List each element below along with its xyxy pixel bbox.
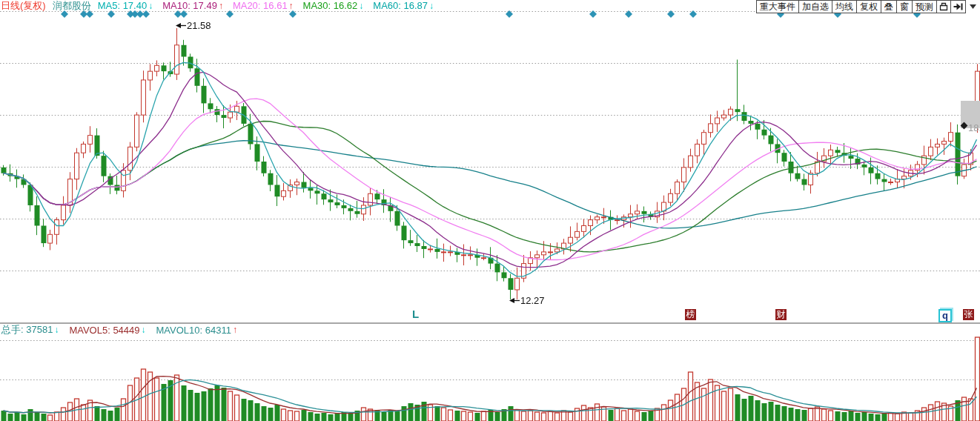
- ma-legend-ma20-value: MA20: 16.61: [233, 0, 288, 11]
- volume-legend-entry-3: MAVOL10: 64311↑: [156, 323, 237, 337]
- up-arrow-icon: ↑: [233, 325, 237, 335]
- ma-legend-ma10: MA10: 17.49↑: [162, 0, 223, 11]
- price-annotation-high-label: 21.58: [187, 20, 211, 31]
- chart-legend: 日线(复权)润都股份MA5: 17.40↓MA10: 17.49↑MA20: 1…: [1, 0, 443, 11]
- event-marker-财[interactable]: 财: [775, 309, 787, 320]
- jump-right-icon[interactable]: [950, 0, 966, 13]
- left-arrow-icon: [509, 296, 520, 305]
- event-marker-q[interactable]: q: [938, 309, 952, 322]
- down-arrow-icon: ↓: [359, 1, 363, 11]
- toolbar-button-2[interactable]: 加自选: [798, 0, 832, 13]
- title-part-1: 日线(复权): [1, 0, 46, 13]
- ma-legend-ma30-value: MA30: 16.62: [303, 0, 358, 11]
- toolbar-button-5[interactable]: 叠: [881, 0, 897, 13]
- toolbar-button-3[interactable]: 均线: [832, 0, 857, 13]
- volume-legend-entry-1: 总手: 37581↓: [1, 323, 59, 337]
- event-marker-L[interactable]: L: [412, 308, 419, 320]
- price-annotation-high: 21.58: [176, 20, 211, 31]
- price-annotation-low-label: 12.27: [520, 295, 545, 306]
- toolbar: 重大事件加自选均线复权叠窗预测: [757, 0, 980, 13]
- up-arrow-icon: ↑: [219, 1, 223, 11]
- popup-window-icon[interactable]: [936, 0, 951, 13]
- toolbar-button-6[interactable]: 窗: [896, 0, 913, 13]
- down-arrow-icon: ↓: [142, 325, 146, 335]
- volume-legend: 总手: 37581↓MAVOL5: 54449↓MAVOL10: 64311↑: [1, 323, 248, 337]
- edge-price-label: 18.: [968, 122, 980, 133]
- ma-legend-ma60-value: MA60: 16.87: [373, 0, 428, 11]
- price-annotation-low: 12.27: [509, 295, 545, 306]
- ma-legend-ma60: MA60: 16.87↓: [373, 0, 434, 11]
- ma-legend-ma20: MA20: 16.61↑: [233, 0, 294, 11]
- volume-legend-entry-2: MAVOL5: 54449↓: [69, 323, 145, 337]
- left-arrow-icon: [176, 21, 186, 30]
- volume-legend-value-2: MAVOL5: 54449: [69, 325, 139, 336]
- dropdown-caret-icon[interactable]: [966, 0, 980, 13]
- ma-legend-ma5: MA5: 17.40↓: [98, 0, 153, 11]
- up-arrow-icon: ↑: [289, 1, 294, 11]
- toolbar-button-1[interactable]: 重大事件: [756, 0, 799, 13]
- ma-legend-ma10-value: MA10: 17.49: [162, 0, 217, 11]
- volume-legend-value-3: MAVOL10: 64311: [156, 325, 231, 336]
- down-arrow-icon: ↓: [54, 325, 59, 335]
- ma-legend-ma30: MA30: 16.62↓: [303, 0, 364, 11]
- ma-legend-ma5-value: MA5: 17.40: [98, 0, 148, 11]
- volume-legend-value-1: 总手: 37581: [1, 323, 53, 337]
- toolbar-button-7[interactable]: 预测: [912, 0, 937, 13]
- stock-chart-app: 日线(复权)润都股份MA5: 17.40↓MA10: 17.49↑MA20: 1…: [0, 0, 980, 421]
- event-marker-张[interactable]: 张: [963, 309, 974, 320]
- candlestick-chart-canvas[interactable]: [0, 0, 980, 421]
- down-arrow-icon: ↓: [429, 1, 434, 11]
- toolbar-button-4[interactable]: 复权: [856, 0, 881, 13]
- event-marker-榜[interactable]: 榜: [685, 309, 696, 320]
- title-part-2: 润都股份: [53, 0, 91, 13]
- down-arrow-icon: ↓: [148, 1, 153, 11]
